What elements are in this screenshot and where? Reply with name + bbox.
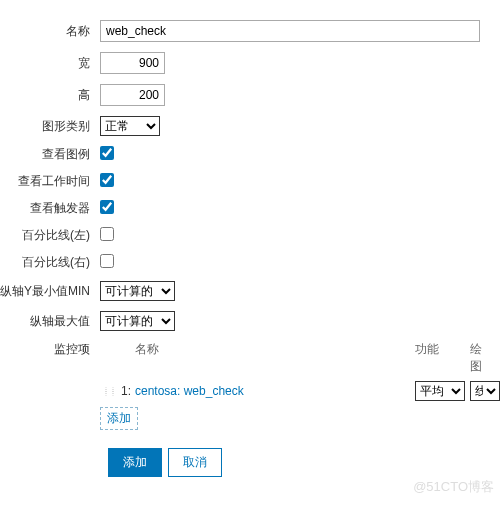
y-min-select[interactable]: 可计算的 xyxy=(100,281,175,301)
item-draw-select[interactable]: 线 xyxy=(470,381,500,401)
items-col-name: 名称 xyxy=(135,341,415,375)
y-max-select[interactable]: 可计算的 xyxy=(100,311,175,331)
show-triggers-checkbox[interactable] xyxy=(100,200,114,214)
width-input[interactable] xyxy=(100,52,165,74)
show-legend-label: 查看图例 xyxy=(0,146,100,163)
graph-config-form: 名称 宽 高 图形类别 正常 查看图例 查看工作时间 查看触发器 百分比线(左)… xyxy=(0,0,500,477)
item-index: 1: xyxy=(112,384,135,398)
percentile-right-checkbox[interactable] xyxy=(100,254,114,268)
item-func-select[interactable]: 平均 xyxy=(415,381,465,401)
items-label: 监控项 xyxy=(0,341,100,430)
percentile-left-checkbox[interactable] xyxy=(100,227,114,241)
cancel-button[interactable]: 取消 xyxy=(168,448,222,477)
percentile-left-label: 百分比线(左) xyxy=(0,227,100,244)
show-working-time-checkbox[interactable] xyxy=(100,173,114,187)
show-legend-checkbox[interactable] xyxy=(100,146,114,160)
drag-handle-icon[interactable]: ⋮⋮⋮⋮⋮⋮ xyxy=(100,384,112,398)
height-label: 高 xyxy=(0,87,100,104)
item-link[interactable]: centosa: web_check xyxy=(135,384,244,398)
percentile-right-label: 百分比线(右) xyxy=(0,254,100,271)
graph-type-select[interactable]: 正常 xyxy=(100,116,160,136)
items-header: 名称 功能 绘图 xyxy=(100,341,500,375)
show-triggers-label: 查看触发器 xyxy=(0,200,100,217)
add-item-link[interactable]: 添加 xyxy=(100,407,138,430)
submit-button[interactable]: 添加 xyxy=(108,448,162,477)
height-input[interactable] xyxy=(100,84,165,106)
y-max-label: 纵轴最大值 xyxy=(0,313,100,330)
table-row: ⋮⋮⋮⋮⋮⋮ 1: centosa: web_check 平均 线 xyxy=(100,381,500,401)
name-input[interactable] xyxy=(100,20,480,42)
name-label: 名称 xyxy=(0,23,100,40)
graph-type-label: 图形类别 xyxy=(0,118,100,135)
items-col-func: 功能 xyxy=(415,341,470,375)
form-actions: 添加 取消 xyxy=(108,448,500,477)
y-min-label: 纵轴Y最小值MIN xyxy=(0,283,100,300)
width-label: 宽 xyxy=(0,55,100,72)
items-col-draw: 绘图 xyxy=(470,341,490,375)
show-working-time-label: 查看工作时间 xyxy=(0,173,100,190)
